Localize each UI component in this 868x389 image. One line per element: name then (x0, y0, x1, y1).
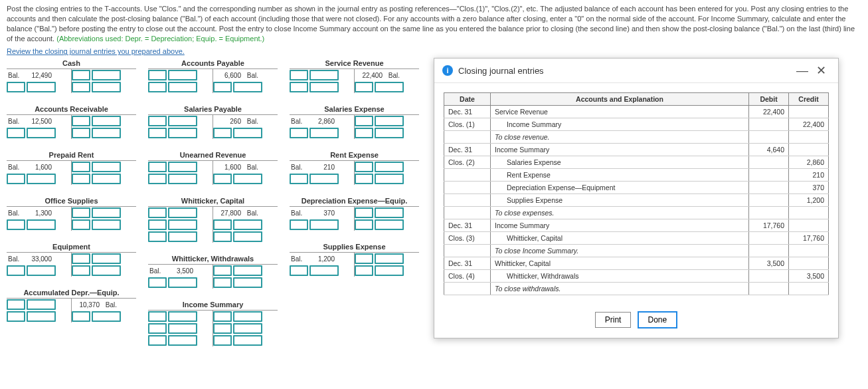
amount-input[interactable] (375, 207, 404, 218)
posting-ref-input[interactable] (213, 219, 232, 230)
print-button[interactable]: Print (595, 312, 632, 328)
minimize-button[interactable]: — (792, 66, 812, 75)
amount-input[interactable] (92, 128, 121, 138)
posting-ref-input[interactable] (148, 311, 167, 322)
amount-input[interactable] (27, 299, 56, 310)
posting-ref-input[interactable] (72, 253, 90, 264)
posting-ref-input[interactable] (290, 82, 308, 92)
amount-input[interactable] (27, 311, 56, 322)
posting-ref-input[interactable] (148, 82, 167, 92)
amount-input[interactable] (375, 253, 404, 264)
amount-input[interactable] (233, 128, 262, 138)
posting-ref-input[interactable] (72, 162, 90, 172)
amount-input[interactable] (375, 174, 404, 184)
amount-input[interactable] (375, 116, 404, 126)
posting-ref-input[interactable] (213, 128, 232, 138)
amount-input[interactable] (233, 82, 262, 92)
amount-input[interactable] (168, 277, 197, 288)
amount-input[interactable] (27, 174, 56, 184)
amount-input[interactable] (27, 128, 56, 138)
posting-ref-input[interactable] (148, 219, 167, 230)
posting-ref-input[interactable] (355, 116, 373, 126)
amount-input[interactable] (375, 219, 404, 230)
amount-input[interactable] (233, 174, 262, 184)
posting-ref-input[interactable] (7, 174, 25, 184)
amount-input[interactable] (309, 174, 339, 184)
amount-input[interactable] (92, 311, 121, 322)
posting-ref-input[interactable] (148, 277, 167, 288)
amount-input[interactable] (27, 219, 56, 230)
posting-ref-input[interactable] (72, 219, 90, 230)
done-button[interactable]: Done (638, 311, 678, 328)
amount-input[interactable] (27, 265, 56, 276)
posting-ref-input[interactable] (72, 207, 90, 218)
amount-input[interactable] (309, 219, 339, 230)
amount-input[interactable] (233, 335, 262, 346)
posting-ref-input[interactable] (355, 162, 373, 172)
amount-input[interactable] (92, 253, 121, 264)
posting-ref-input[interactable] (290, 128, 308, 138)
amount-input[interactable] (92, 82, 121, 92)
amount-input[interactable] (168, 116, 197, 126)
posting-ref-input[interactable] (148, 116, 167, 126)
amount-input[interactable] (92, 70, 121, 80)
posting-ref-input[interactable] (72, 311, 90, 322)
posting-ref-input[interactable] (355, 219, 373, 230)
posting-ref-input[interactable] (148, 231, 167, 242)
review-link[interactable]: Review the closing journal entries you p… (7, 47, 185, 55)
posting-ref-input[interactable] (72, 82, 90, 92)
posting-ref-input[interactable] (213, 231, 232, 242)
amount-input[interactable] (168, 82, 197, 92)
posting-ref-input[interactable] (213, 277, 232, 288)
posting-ref-input[interactable] (213, 311, 232, 322)
posting-ref-input[interactable] (148, 162, 167, 172)
amount-input[interactable] (92, 219, 121, 230)
amount-input[interactable] (233, 219, 262, 230)
amount-input[interactable] (309, 128, 339, 138)
amount-input[interactable] (168, 335, 197, 346)
posting-ref-input[interactable] (355, 128, 373, 138)
posting-ref-input[interactable] (148, 323, 167, 334)
posting-ref-input[interactable] (290, 174, 308, 184)
posting-ref-input[interactable] (72, 128, 90, 138)
amount-input[interactable] (92, 174, 121, 184)
amount-input[interactable] (168, 174, 197, 184)
close-button[interactable]: ✕ (812, 66, 830, 75)
amount-input[interactable] (375, 162, 404, 172)
posting-ref-input[interactable] (7, 265, 25, 276)
amount-input[interactable] (92, 207, 121, 218)
posting-ref-input[interactable] (355, 82, 373, 92)
amount-input[interactable] (309, 265, 339, 276)
posting-ref-input[interactable] (213, 82, 232, 92)
posting-ref-input[interactable] (148, 174, 167, 184)
posting-ref-input[interactable] (7, 82, 25, 92)
amount-input[interactable] (168, 231, 197, 242)
posting-ref-input[interactable] (355, 265, 373, 276)
amount-input[interactable] (233, 265, 262, 276)
amount-input[interactable] (168, 162, 197, 172)
amount-input[interactable] (233, 323, 262, 334)
amount-input[interactable] (375, 265, 404, 276)
posting-ref-input[interactable] (148, 207, 167, 218)
posting-ref-input[interactable] (213, 335, 232, 346)
amount-input[interactable] (168, 219, 197, 230)
amount-input[interactable] (375, 82, 404, 92)
posting-ref-input[interactable] (290, 265, 308, 276)
amount-input[interactable] (92, 265, 121, 276)
posting-ref-input[interactable] (7, 299, 25, 310)
amount-input[interactable] (92, 116, 121, 126)
posting-ref-input[interactable] (7, 128, 25, 138)
posting-ref-input[interactable] (148, 128, 167, 138)
posting-ref-input[interactable] (72, 70, 90, 80)
posting-ref-input[interactable] (213, 265, 232, 276)
posting-ref-input[interactable] (213, 174, 232, 184)
posting-ref-input[interactable] (148, 70, 167, 80)
amount-input[interactable] (309, 82, 339, 92)
posting-ref-input[interactable] (290, 219, 308, 230)
posting-ref-input[interactable] (213, 323, 232, 334)
posting-ref-input[interactable] (355, 174, 373, 184)
posting-ref-input[interactable] (148, 335, 167, 346)
amount-input[interactable] (309, 70, 339, 80)
amount-input[interactable] (168, 128, 197, 138)
amount-input[interactable] (92, 162, 121, 172)
